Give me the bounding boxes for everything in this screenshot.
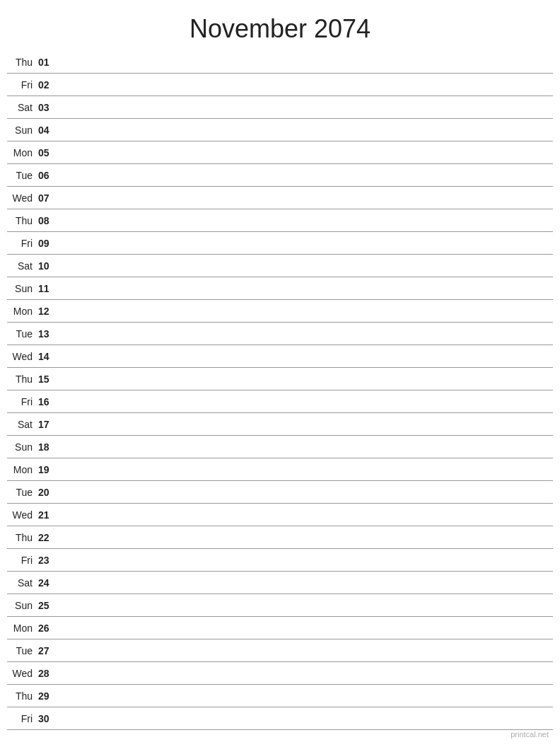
entry-line xyxy=(57,349,553,364)
date-number: 23 xyxy=(35,555,57,566)
date-number: 22 xyxy=(35,532,57,543)
entry-line xyxy=(57,666,553,681)
entry-line xyxy=(57,440,553,454)
date-number: 08 xyxy=(35,215,57,226)
calendar-row: Wed28 xyxy=(7,662,553,685)
calendar-row: Thu08 xyxy=(7,209,553,232)
day-of-week: Thu xyxy=(7,215,35,226)
calendar-row: Wed21 xyxy=(7,504,553,526)
calendar-row: Tue13 xyxy=(7,323,553,345)
date-number: 07 xyxy=(35,192,57,204)
date-number: 24 xyxy=(35,577,57,589)
day-of-week: Mon xyxy=(7,464,35,475)
entry-line xyxy=(57,304,553,318)
date-number: 02 xyxy=(35,79,57,91)
entry-line xyxy=(57,78,553,92)
day-of-week: Thu xyxy=(7,57,35,68)
calendar-row: Fri23 xyxy=(7,549,553,572)
calendar-row: Mon12 xyxy=(7,300,553,323)
day-of-week: Sun xyxy=(7,124,35,136)
date-number: 14 xyxy=(35,351,57,362)
entry-line xyxy=(57,123,553,137)
date-number: 17 xyxy=(35,419,57,430)
calendar-row: Mon19 xyxy=(7,458,553,481)
entry-line xyxy=(57,463,553,477)
calendar-row: Tue06 xyxy=(7,164,553,187)
day-of-week: Wed xyxy=(7,351,35,362)
entry-line xyxy=(57,531,553,545)
day-of-week: Fri xyxy=(7,396,35,407)
day-of-week: Thu xyxy=(7,532,35,543)
day-of-week: Wed xyxy=(7,192,35,204)
entry-line xyxy=(57,417,553,432)
entry-line xyxy=(57,508,553,522)
date-number: 03 xyxy=(35,102,57,113)
calendar-row: Tue27 xyxy=(7,639,553,662)
page-title: November 2074 xyxy=(0,0,560,51)
day-of-week: Fri xyxy=(7,238,35,249)
date-number: 06 xyxy=(35,170,57,181)
calendar-row: Sat17 xyxy=(7,413,553,436)
date-number: 13 xyxy=(35,328,57,340)
day-of-week: Sat xyxy=(7,102,35,113)
entry-line xyxy=(57,621,553,635)
date-number: 26 xyxy=(35,622,57,634)
calendar-row: Thu15 xyxy=(7,368,553,390)
day-of-week: Mon xyxy=(7,622,35,634)
day-of-week: Sat xyxy=(7,260,35,272)
date-number: 29 xyxy=(35,690,57,702)
entry-line xyxy=(57,553,553,567)
calendar-row: Sat24 xyxy=(7,572,553,594)
date-number: 01 xyxy=(35,57,57,68)
date-number: 15 xyxy=(35,374,57,385)
date-number: 19 xyxy=(35,464,57,475)
entry-line xyxy=(57,372,553,386)
day-of-week: Tue xyxy=(7,328,35,340)
calendar-row: Thu29 xyxy=(7,685,553,707)
date-number: 25 xyxy=(35,600,57,611)
date-number: 12 xyxy=(35,306,57,317)
calendar-row: Sat10 xyxy=(7,255,553,277)
day-of-week: Thu xyxy=(7,374,35,385)
date-number: 27 xyxy=(35,645,57,656)
day-of-week: Sun xyxy=(7,283,35,294)
entry-line xyxy=(57,100,553,115)
calendar-row: Sat03 xyxy=(7,96,553,119)
entry-line xyxy=(57,236,553,250)
entry-line xyxy=(57,55,553,69)
entry-line xyxy=(57,485,553,499)
calendar-row: Tue20 xyxy=(7,481,553,504)
date-number: 30 xyxy=(35,713,57,724)
day-of-week: Fri xyxy=(7,79,35,91)
entry-line xyxy=(57,576,553,590)
day-of-week: Sat xyxy=(7,577,35,589)
day-of-week: Sun xyxy=(7,600,35,611)
entry-line xyxy=(57,214,553,228)
entry-line xyxy=(57,146,553,160)
entry-line xyxy=(57,395,553,409)
entry-line xyxy=(57,168,553,183)
calendar-row: Thu01 xyxy=(7,51,553,74)
date-number: 04 xyxy=(35,124,57,136)
entry-line xyxy=(57,598,553,613)
day-of-week: Tue xyxy=(7,170,35,181)
entry-line xyxy=(57,689,553,703)
date-number: 10 xyxy=(35,260,57,272)
calendar-row: Mon05 xyxy=(7,141,553,164)
entry-line xyxy=(57,259,553,273)
calendar-row: Sun18 xyxy=(7,436,553,458)
date-number: 18 xyxy=(35,441,57,453)
day-of-week: Fri xyxy=(7,555,35,566)
entry-line xyxy=(57,282,553,296)
date-number: 09 xyxy=(35,238,57,249)
date-number: 20 xyxy=(35,487,57,498)
date-number: 28 xyxy=(35,668,57,679)
day-of-week: Tue xyxy=(7,487,35,498)
day-of-week: Wed xyxy=(7,509,35,521)
day-of-week: Tue xyxy=(7,645,35,656)
day-of-week: Fri xyxy=(7,713,35,724)
calendar-row: Thu22 xyxy=(7,526,553,549)
date-number: 21 xyxy=(35,509,57,521)
day-of-week: Wed xyxy=(7,668,35,679)
calendar-row: Sun11 xyxy=(7,277,553,300)
